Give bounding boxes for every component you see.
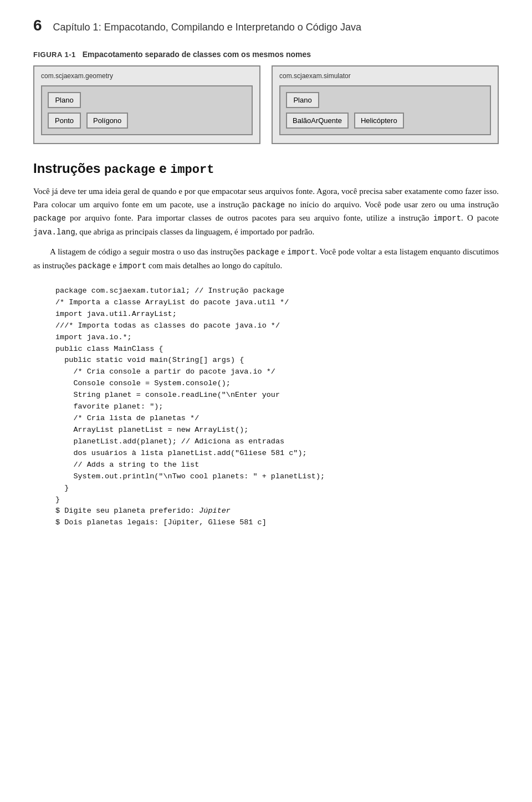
geometry-bottom-classes: Ponto Polígono <box>48 113 246 129</box>
geometry-package-name: com.scjaexam.geometry <box>41 72 253 80</box>
geometry-inner: Plano Ponto Polígono <box>41 85 253 135</box>
geometry-package-box: com.scjaexam.geometry Plano Ponto Polígo… <box>33 65 260 144</box>
figure-caption: Empacotamento separado de classes com os… <box>83 50 311 59</box>
page-container: 6 Capítulo 1: Empacotando, Compilando e … <box>0 0 532 564</box>
simulator-inner: Plano BalãoArQuente Helicóptero <box>279 85 491 135</box>
simulator-helicoptero-class: Helicóptero <box>354 113 404 129</box>
page-number: 6 <box>33 17 42 34</box>
simulator-plano-class: Plano <box>286 92 319 108</box>
simulator-package-name: com.scjaexam.simulator <box>279 72 491 80</box>
geometry-plano-class: Plano <box>48 92 81 108</box>
figure-label: FIGURA 1-1 <box>33 50 76 59</box>
geometry-poligono-class: Polígono <box>86 113 128 129</box>
chapter-title: Capítulo 1: Empacotando, Compilando e In… <box>53 22 361 33</box>
diagram-container: com.scjaexam.geometry Plano Ponto Polígo… <box>33 65 499 144</box>
figure-section: FIGURA 1-1 Empacotamento separado de cla… <box>33 50 499 144</box>
figure-label-row: FIGURA 1-1 Empacotamento separado de cla… <box>33 50 499 59</box>
page-header: 6 Capítulo 1: Empacotando, Compilando e … <box>33 17 499 34</box>
simulator-balao-class: BalãoArQuente <box>286 113 349 129</box>
simulator-bottom-classes: BalãoArQuente Helicóptero <box>286 113 484 129</box>
paragraph-1: Você já deve ter uma ideia geral de quan… <box>33 185 499 238</box>
section-heading: Instruções package e import <box>33 161 499 177</box>
geometry-ponto-class: Ponto <box>48 113 81 129</box>
paragraph-2: A listagem de código a seguir mostra o u… <box>33 245 499 272</box>
simulator-package-box: com.scjaexam.simulator Plano BalãoArQuen… <box>272 65 499 144</box>
code-block: package com.scjaexam.tutorial; // Instru… <box>33 281 499 533</box>
